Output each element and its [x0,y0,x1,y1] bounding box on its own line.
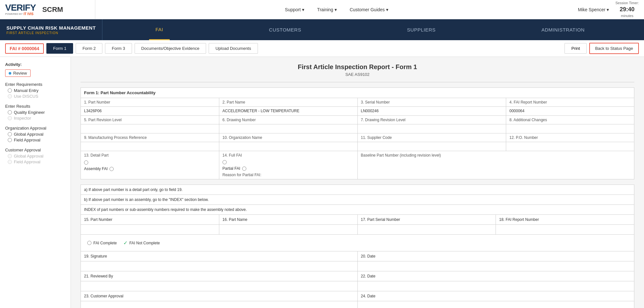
second-nav-links: FAI CUSTOMERS SUPPLIERS ADMINISTRATION [102,19,638,40]
field-label-7: 7. Drawing Revision Level [357,116,506,124]
enter-results-group: Enter Results Quality Engineer Inspector [5,104,65,121]
org-approval-radio-group: Global Approval Field Approval [8,132,65,142]
baseline-part-value [361,158,631,177]
nav-support[interactable]: Support ▾ [285,7,304,12]
cust-global-approval-radio: Global Approval [8,154,65,159]
detail-part-radio-row [84,160,216,165]
field-label-12: 12. P.O. Number [506,133,634,142]
index-note: INDEX of part numbers or sub-assembly nu… [81,205,634,215]
col-18-header: 18. FAI Report Number [496,215,634,225]
logo-verify: VERIFY POWERED BY IT IVIS [5,3,36,16]
manual-entry-radio[interactable]: Manual Entry [8,88,65,93]
tab-form2[interactable]: Form 2 [76,43,102,54]
value-fai-report-number: 0000064 [506,107,634,116]
tab-form3[interactable]: Form 3 [105,43,132,54]
chevron-down-icon: ▾ [386,7,388,12]
field-label-23: 23. Customer Approval [81,291,358,301]
form1-section-header: Form 1: Part Number Accountability [81,88,634,98]
org-approval-group: Organization Approval Global Approval Fi… [5,126,65,142]
form-divider [80,82,634,82]
partial-fai-radio[interactable] [242,167,246,171]
nav-fai[interactable]: FAI [149,19,170,40]
col-16-value [219,225,357,235]
info-line2: b) If above part number is an assembly, … [81,195,634,205]
activity-label: Activity: [5,62,65,67]
field-label-10: 10. Organization Name [219,133,357,142]
value-23 [81,301,358,308]
col-17-header: 17. Part Serial Number [357,215,496,225]
full-fai-radio-row [223,160,354,164]
value-part-number: L3426P06 [81,107,219,116]
tab-documents[interactable]: Documents/Objective Evidence [135,43,206,54]
index-info-table: a) If above part number is a detail part… [80,185,634,308]
form1-table: Form 1: Part Number Accountability 1. Pa… [80,87,634,179]
session-timer: Session Timer: 29:40 minutes [615,1,639,19]
chevron-down-icon: ▾ [335,7,337,12]
scm-title: SUPPLY CHAIN RISK MANAGEMENT FIRST ARTIC… [6,19,102,40]
print-button[interactable]: Print [564,43,587,54]
field-label-21: 21. Reviewed By [81,271,358,281]
value-drawing-number [219,124,357,133]
field-label-14: 14. Full FAI [223,153,354,158]
field-label-19: 19. Signature [81,251,358,261]
tab-form1[interactable]: Form 1 [46,43,73,54]
top-nav: VERIFY POWERED BY IT IVIS SCRM Support ▾… [0,0,644,19]
main-content: Activity: Review Enter Requirements Manu… [0,57,644,308]
field-approval-radio[interactable]: Field Approval [8,138,65,142]
value-drawing-revision [357,124,506,133]
fai-complete-item: FAI Complete [87,241,117,245]
quality-engineer-radio[interactable]: Quality Engineer [8,110,65,115]
assembly-fai-radio[interactable] [109,167,114,171]
nav-right: Mike Spencer ▾ Session Timer: 29:40 minu… [578,1,639,19]
field-label-6: 6. Drawing Number [219,116,357,124]
fai-complete-radio[interactable] [87,241,91,245]
logo-scrm: SCRM [42,5,63,14]
nav-administration[interactable]: ADMINISTRATION [535,19,591,40]
logo-ivis-text: IT IVIS [24,12,33,16]
assembly-fai-label: Assembly FAI [84,167,108,171]
review-badge[interactable]: Review [5,69,31,77]
field-label-9: 9. Manufacturing Process Reference [81,133,219,142]
full-fai-radio[interactable] [223,160,227,164]
value-part-revision [81,124,219,133]
col-18-value [496,225,634,235]
chevron-down-icon: ▾ [607,7,609,12]
tab-upload[interactable]: Upload Documents [209,43,258,54]
inspector-radio: Inspector [8,116,65,121]
col-15-header: 15. Part Number [81,215,219,225]
field-label-2: 2. Part Name [219,98,357,107]
enter-requirements-label: Enter Requirements [5,82,65,87]
baseline-part-label: Baseline Part Number (including revision… [361,153,631,158]
value-part-name: ACCELEROMETER - LOW TEMPERATURE [219,107,357,116]
use-discus-radio: Use DISCUS [8,94,65,99]
nav-customer-guides[interactable]: Customer Guides ▾ [350,7,388,12]
partial-fai-row: Partial FAI [223,166,354,171]
detail-part-radio[interactable] [84,160,88,165]
check-icon: ✓ [123,240,128,246]
field-label-3: 3. Serial Number [357,98,506,107]
info-line1: a) If above part number is a detail part… [81,185,634,195]
value-19 [81,261,358,271]
value-24 [357,301,634,308]
value-org-name [219,142,357,151]
field-label-20: 20. Date [357,251,634,261]
back-to-status-button[interactable]: Back to Status Page [589,43,639,54]
logo-area: VERIFY POWERED BY IT IVIS SCRM [5,0,95,19]
review-dot-icon [9,72,11,75]
customer-approval-group: Customer Approval Global Approval Field … [5,148,65,164]
nav-suppliers[interactable]: SUPPLIERS [401,19,442,40]
cust-field-approval-radio: Field Approval [8,159,65,164]
reason-partial-fai-label: Reason for Partial FAI: [223,173,261,177]
field-label-22: 22. Date [357,271,634,281]
nav-training[interactable]: Training ▾ [317,7,337,12]
value-po-number [506,142,634,151]
enter-results-label: Enter Results [5,104,65,109]
global-approval-radio[interactable]: Global Approval [8,132,65,137]
value-additional-changes [506,124,634,133]
nav-customers[interactable]: CUSTOMERS [262,19,308,40]
org-approval-label: Organization Approval [5,126,65,131]
fai-not-complete-item: ✓ FAI Not Complete [123,240,160,246]
sub-tabs-bar: FAI # 0000064 Form 1 Form 2 Form 3 Docum… [0,40,644,57]
col-17-value [357,225,496,235]
user-menu[interactable]: Mike Spencer ▾ [578,7,609,12]
